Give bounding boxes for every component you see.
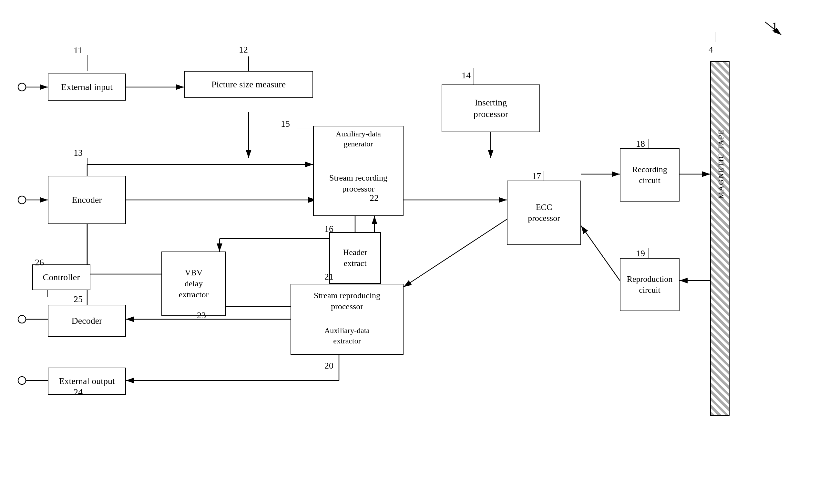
svg-point-7 [18, 196, 26, 204]
ref-11: 11 [74, 45, 82, 55]
stream-reproducing-block: Stream reproducingprocessor [291, 284, 404, 318]
ref-24: 24 [74, 387, 83, 397]
ref-23: 23 [197, 310, 206, 321]
external-input-block: External input [48, 73, 126, 101]
ref-16: 16 [324, 224, 333, 234]
ref-22: 22 [370, 193, 379, 203]
magnetic-tape-label: MAGNETIC TAPE [717, 129, 725, 199]
ref-17: 17 [532, 171, 541, 181]
ecc-processor-block: ECCprocessor [507, 181, 581, 245]
controller-block: Controller [32, 265, 90, 290]
svg-line-17 [404, 219, 507, 287]
reproduction-circuit-block: Reproductioncircuit [620, 258, 680, 311]
ref-21: 21 [324, 271, 333, 282]
vbv-delay-block: VBVdelayextractor [161, 252, 226, 316]
stream-recording-block: Stream recordingprocessor [313, 151, 404, 216]
ref-1-arrow [759, 19, 791, 38]
ref-20: 20 [324, 360, 333, 371]
svg-point-33 [18, 377, 26, 384]
ref-18: 18 [636, 139, 645, 149]
header-extract-block: Headerextract [329, 232, 381, 284]
ref-19: 19 [636, 248, 645, 258]
ref-13: 13 [74, 148, 83, 158]
ref-12: 12 [239, 44, 248, 55]
ref-25: 25 [74, 294, 83, 304]
ref-15: 15 [281, 119, 290, 129]
ref-26: 26 [35, 257, 44, 268]
svg-line-16 [581, 226, 620, 281]
svg-point-3 [18, 83, 26, 91]
encoder-block: Encoder [48, 176, 126, 224]
aux-data-gen-block: Auxiliary-datagenerator [313, 126, 404, 151]
aux-data-extractor-block: Auxiliary-dataextractor [291, 318, 404, 355]
external-output-block: External output [48, 367, 126, 395]
diagram: External input Picture size measure Inse… [0, 0, 839, 504]
picture-size-block: Picture size measure [184, 71, 313, 98]
ref-14: 14 [462, 70, 471, 80]
ref-4: 4 [708, 44, 713, 55]
magnetic-tape [710, 61, 730, 416]
svg-line-53 [765, 22, 781, 35]
svg-point-31 [18, 316, 26, 323]
inserting-processor-block: Insertingprocessor [442, 85, 540, 132]
decoder-block: Decoder [48, 305, 126, 337]
recording-circuit-block: Recordingcircuit [620, 148, 680, 201]
